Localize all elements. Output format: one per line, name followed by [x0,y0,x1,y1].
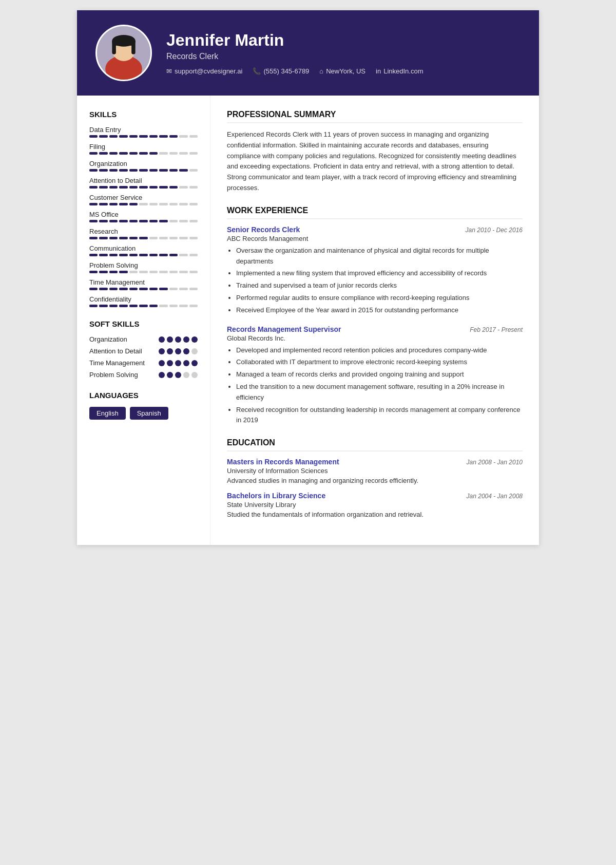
skill-segment [99,305,107,307]
skill-item: Data Entry [89,126,198,138]
skill-segment [169,288,178,290]
skill-segment [139,169,147,172]
job-bullet: Implemented a new filing system that imp… [236,268,523,279]
skill-label: Organization [89,160,198,167]
skill-segment [89,186,98,189]
skill-segment [89,169,98,172]
skill-segment [179,254,187,256]
body-section: SKILLS Data EntryFilingOrganizationAtten… [77,96,539,545]
header-section: Jennifer Martin Records Clerk ✉ support@… [77,10,539,96]
skill-segment [129,220,138,222]
skill-segment [169,169,178,172]
skill-segment [89,288,98,290]
skill-segment [149,305,158,307]
job-title: Records Management Supervisor [227,325,341,333]
skill-segment [179,305,187,307]
skill-segment [179,203,187,205]
skill-item: Customer Service [89,194,198,205]
skill-segment [109,186,118,189]
dot [159,372,165,378]
skill-segment [169,305,178,307]
skill-segment [169,220,178,222]
edu-date: Jan 2004 - Jan 2008 [467,493,523,500]
soft-skill-label: Problem Solving [89,371,159,379]
skill-segment [189,152,198,155]
skill-segment [149,254,158,256]
location-icon: ⌂ [319,67,323,75]
skill-segment [99,186,107,189]
skill-bar [89,203,198,205]
location-contact: ⌂ NewYork, US [319,67,365,75]
soft-skill-label: Organization [89,335,159,343]
skill-segment [119,254,127,256]
skill-bar [89,152,198,155]
skill-segment [149,271,158,273]
skill-segment [119,152,127,155]
job-company: ABC Records Management [227,235,523,242]
skill-item: Confidentiality [89,295,198,307]
skill-segment [129,152,138,155]
skill-segment [99,237,107,239]
skill-segment [99,135,107,138]
soft-skill-item: Attention to Detail [89,347,198,355]
skill-segment [149,186,158,189]
edu-header: Masters in Records Management Jan 2008 -… [227,458,523,466]
skill-segment [149,135,158,138]
skill-segment [129,186,138,189]
skill-segment [99,152,107,155]
skill-segment [99,271,107,273]
dot [183,372,189,378]
skill-segment [159,135,167,138]
skill-segment [129,254,138,256]
skill-segment [129,203,138,205]
skills-list: Data EntryFilingOrganizationAttention to… [89,126,198,307]
skill-segment [109,203,118,205]
skill-segment [159,203,167,205]
education-title: EDUCATION [227,438,523,452]
skill-segment [159,152,167,155]
skill-segment [99,254,107,256]
skill-segment [189,305,198,307]
edu-desc: Advanced studies in managing and organiz… [227,477,523,484]
skill-item: Time Management [89,278,198,290]
soft-skill-label: Attention to Detail [89,347,159,355]
header-info: Jennifer Martin Records Clerk ✉ support@… [166,31,521,75]
skill-segment [139,254,147,256]
skill-segment [119,203,127,205]
phone-contact: 📞 (555) 345-6789 [253,67,309,75]
dot [167,348,173,354]
skill-item: Organization [89,160,198,172]
skill-label: Customer Service [89,194,198,201]
skill-item: Research [89,228,198,239]
skill-bar [89,135,198,138]
skill-segment [159,169,167,172]
languages-section-title: LANGUAGES [89,391,198,400]
job-header: Senior Records Clerk Jan 2010 - Dec 2016 [227,225,523,234]
skill-segment [179,169,187,172]
skill-segment [169,135,178,138]
skill-segment [189,254,198,256]
skill-segment [149,152,158,155]
skill-segment [159,237,167,239]
edu-school: State University Library [227,501,523,509]
resume: Jennifer Martin Records Clerk ✉ support@… [77,10,539,545]
work-section: WORK EXPERIENCE Senior Records Clerk Jan… [227,206,523,426]
skill-segment [119,288,127,290]
skill-segment [99,288,107,290]
skill-label: Communication [89,245,198,252]
skill-segment [109,135,118,138]
soft-skill-item: Time Management [89,359,198,367]
language-badge: English [89,407,126,420]
skill-segment [189,220,198,222]
job-block: Records Management Supervisor Feb 2017 -… [227,325,523,426]
education-block: Masters in Records Management Jan 2008 -… [227,458,523,484]
skill-segment [119,237,127,239]
summary-section: PROFESSIONAL SUMMARY Experienced Records… [227,110,523,194]
jobs-list: Senior Records Clerk Jan 2010 - Dec 2016… [227,225,523,426]
avatar [95,25,152,81]
skill-segment [129,135,138,138]
skill-segment [89,237,98,239]
skill-segment [169,203,178,205]
candidate-name: Jennifer Martin [166,31,521,50]
skill-segment [139,271,147,273]
